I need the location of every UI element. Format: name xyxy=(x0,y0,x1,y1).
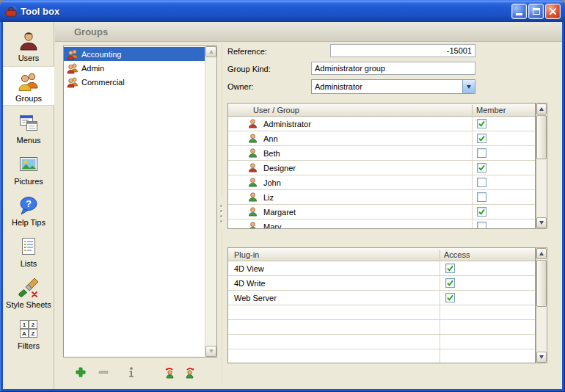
user-icon xyxy=(247,206,258,219)
member-checkbox[interactable] xyxy=(477,222,486,229)
sidebar-item-label: Help Tips xyxy=(12,218,45,227)
plugin-column-header[interactable]: Plug-in xyxy=(228,250,259,259)
close-icon xyxy=(549,7,557,15)
member-row[interactable]: Beth xyxy=(228,146,535,161)
minimize-icon xyxy=(516,13,522,15)
member-column-header[interactable]: Member xyxy=(476,106,506,115)
user-icon xyxy=(247,162,258,175)
members-scrollbar[interactable] xyxy=(536,103,547,229)
plugin-name: 4D View xyxy=(234,264,264,273)
member-row[interactable]: Mary xyxy=(228,219,535,229)
owner-label: Owner: xyxy=(227,82,253,91)
sidebar-item-groups[interactable]: Groups xyxy=(3,66,54,106)
sidebar-item-pictures[interactable]: Pictures xyxy=(3,148,54,188)
toolbox-app-icon xyxy=(4,4,18,18)
toolbox-window: Tool box Users xyxy=(0,0,565,392)
member-row[interactable]: Liz xyxy=(228,190,535,205)
plugin-row[interactable]: 4D Write xyxy=(228,276,535,291)
member-row[interactable]: Margaret xyxy=(228,205,535,219)
member-checkbox[interactable] xyxy=(477,192,486,202)
maximize-button[interactable] xyxy=(528,4,544,19)
sidebar-item-menus[interactable]: Menus xyxy=(3,107,54,147)
member-checkbox[interactable] xyxy=(477,163,486,173)
member-checkbox[interactable] xyxy=(477,178,486,187)
member-row[interactable]: Ann xyxy=(228,131,535,146)
user-red-arrow-right-icon xyxy=(185,366,198,379)
minimize-button[interactable] xyxy=(511,4,527,19)
minus-icon xyxy=(97,366,110,379)
sidebar-item-filters[interactable]: 1 2 A Z Filters xyxy=(3,313,54,352)
group-kind-field[interactable]: Administrator group xyxy=(311,62,475,75)
member-checkbox[interactable] xyxy=(477,207,486,217)
remove-group-button[interactable] xyxy=(96,365,111,380)
user-icon xyxy=(247,221,258,229)
user-icon xyxy=(247,192,258,204)
member-row[interactable]: Designer xyxy=(228,161,535,175)
member-checkbox[interactable] xyxy=(477,134,486,143)
plugins-table: Plug-in Access 4D View 4D Write Web Serv… xyxy=(227,247,536,363)
group-list-item[interactable]: Accounting xyxy=(64,47,205,61)
member-checkbox[interactable] xyxy=(477,148,486,158)
user-icon xyxy=(247,148,258,160)
sidebar-item-users[interactable]: Users xyxy=(3,25,54,65)
owner-dropdown-button[interactable] xyxy=(462,80,475,93)
sidebar-item-lists[interactable]: Lists xyxy=(3,231,54,270)
user-red-arrow-left-icon xyxy=(161,366,175,379)
sidebar-item-label: Pictures xyxy=(14,177,43,186)
add-group-button[interactable] xyxy=(73,365,88,380)
assign-groups-button[interactable] xyxy=(184,365,199,380)
group-name: Commercial xyxy=(81,78,125,87)
member-row[interactable]: Administrator xyxy=(228,117,535,131)
title-bar[interactable]: Tool box xyxy=(0,0,565,22)
assign-users-button[interactable] xyxy=(161,365,175,380)
user-group-column-header[interactable]: User / Group xyxy=(228,106,299,115)
groups-scrollbar[interactable] xyxy=(205,46,216,357)
sidebar-item-label: Lists xyxy=(21,259,37,268)
access-checkbox[interactable] xyxy=(445,293,455,302)
sidebar: Users Groups xyxy=(3,22,54,389)
member-checkbox[interactable] xyxy=(477,119,486,128)
plugin-row-empty xyxy=(228,305,535,320)
owner-selected-value: Administrator xyxy=(312,82,462,91)
sidebar-item-style-sheets[interactable]: Style Sheets xyxy=(3,272,54,311)
window-title: Tool box xyxy=(21,6,59,17)
access-checkbox[interactable] xyxy=(445,264,455,273)
scroll-down-button[interactable] xyxy=(205,346,216,357)
scroll-thumb[interactable] xyxy=(536,115,547,159)
member-name: Ann xyxy=(263,134,278,143)
pictures-icon xyxy=(18,153,40,176)
group-list-item[interactable]: Admin xyxy=(64,61,205,75)
arrow-up-icon xyxy=(539,107,544,111)
group-name: Admin xyxy=(81,64,104,73)
group-icon xyxy=(67,48,80,60)
group-icon xyxy=(67,62,80,74)
info-icon xyxy=(125,366,138,379)
close-button[interactable] xyxy=(545,4,561,19)
groups-icon xyxy=(18,70,40,93)
scroll-up-button[interactable] xyxy=(536,104,547,115)
plugins-scrollbar[interactable] xyxy=(536,247,547,363)
owner-select[interactable]: Administrator xyxy=(311,79,475,94)
scroll-down-button[interactable] xyxy=(536,352,547,363)
member-name: Beth xyxy=(263,149,280,158)
scroll-up-button[interactable] xyxy=(536,248,547,259)
scroll-up-button[interactable] xyxy=(205,46,216,57)
sidebar-item-label: Users xyxy=(18,54,40,62)
reference-field[interactable]: -15001 xyxy=(330,44,475,57)
plugin-row[interactable]: 4D View xyxy=(228,261,535,276)
lists-icon xyxy=(18,235,40,258)
member-row[interactable]: John xyxy=(228,175,535,190)
plugin-row[interactable]: Web Server xyxy=(228,291,535,305)
sidebar-item-help-tips[interactable]: ? Help Tips xyxy=(3,189,54,229)
plus-icon xyxy=(74,366,87,379)
plugin-row-empty xyxy=(228,320,535,335)
panel-splitter[interactable] xyxy=(218,197,224,231)
scroll-thumb[interactable] xyxy=(536,260,547,307)
scroll-down-button[interactable] xyxy=(536,217,547,228)
help-tips-icon: ? xyxy=(18,194,40,217)
access-column-header[interactable]: Access xyxy=(444,250,470,259)
access-checkbox[interactable] xyxy=(445,278,455,288)
group-list-item[interactable]: Commercial xyxy=(64,75,205,89)
info-button[interactable] xyxy=(124,365,139,380)
arrow-down-icon xyxy=(209,349,214,353)
